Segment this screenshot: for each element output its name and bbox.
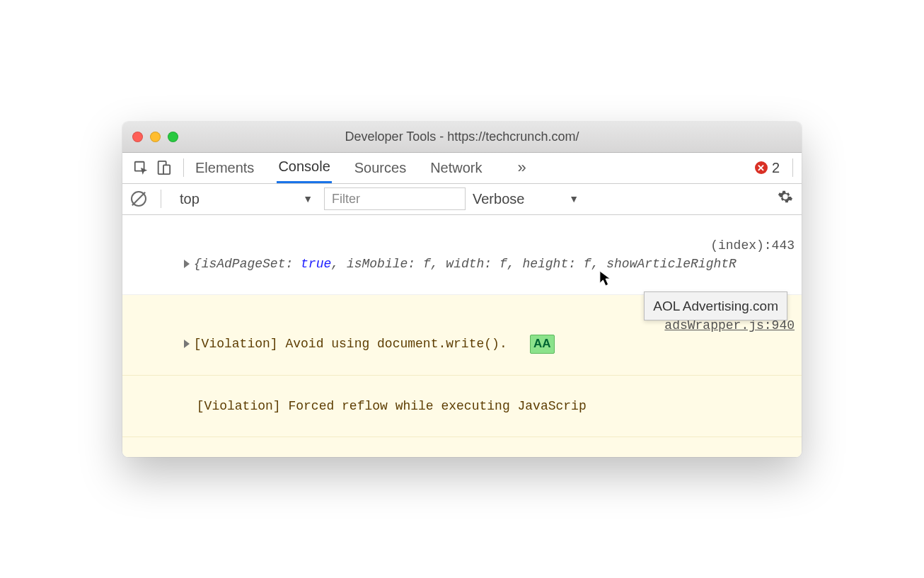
badge-tooltip: AOL Advertising.com [644, 291, 787, 321]
console-log: (index):443 {isAdPageSet: true, isMobile… [122, 215, 802, 457]
devtools-window: Developer Tools - https://techcrunch.com… [122, 122, 802, 457]
context-selector[interactable]: top ▼ [175, 187, 317, 210]
tab-network[interactable]: Network [429, 153, 483, 183]
svg-rect-2 [163, 165, 170, 174]
close-window-button[interactable] [132, 132, 143, 142]
tab-console[interactable]: Console [277, 153, 331, 183]
chevron-down-icon: ▼ [303, 193, 313, 204]
error-count-value: 2 [772, 160, 780, 176]
clear-console-icon[interactable] [131, 191, 146, 207]
expand-icon[interactable] [184, 260, 190, 268]
tab-elements[interactable]: Elements [194, 153, 255, 183]
source-link[interactable]: (index):443 [710, 236, 795, 255]
settings-icon[interactable] [778, 189, 793, 209]
devtools-tabbar: Elements Console Sources Network » ✕ 2 [122, 153, 802, 184]
titlebar: Developer Tools - https://techcrunch.com… [122, 122, 802, 153]
panel-tabs: Elements Console Sources Network » [194, 153, 526, 183]
minimize-window-button[interactable] [150, 132, 161, 142]
more-tabs-button[interactable]: » [518, 158, 526, 177]
window-title: Developer Tools - https://techcrunch.com… [122, 129, 802, 144]
context-value: top [180, 191, 200, 207]
expand-icon[interactable] [184, 340, 190, 348]
log-row[interactable]: (index):443 {isAdPageSet: true, isMobile… [122, 215, 802, 295]
mouse-cursor [599, 270, 612, 287]
thirdparty-badge[interactable]: AA [530, 335, 555, 354]
log-level-value: Verbose [473, 191, 524, 207]
tab-sources[interactable]: Sources [353, 153, 408, 183]
device-toolbar-icon[interactable] [154, 158, 173, 178]
error-icon: ✕ [755, 161, 768, 174]
log-row[interactable]: [Violation] Avoid using document.write()… [122, 437, 802, 456]
filter-input[interactable]: Filter [324, 187, 466, 210]
log-message: [Violation] Forced reflow while executin… [197, 399, 587, 413]
zoom-window-button[interactable] [168, 132, 178, 142]
window-controls [132, 132, 178, 142]
log-row[interactable]: [Violation] Forced reflow while executin… [122, 376, 802, 437]
error-count[interactable]: ✕ 2 [755, 160, 780, 176]
filter-placeholder: Filter [332, 192, 360, 207]
inspect-element-icon[interactable] [131, 158, 151, 178]
log-level-selector[interactable]: Verbose ▼ [473, 191, 579, 207]
console-toolbar: top ▼ Filter Verbose ▼ [122, 184, 802, 215]
separator [183, 158, 184, 177]
log-message: [Violation] Avoid using document.write()… [194, 337, 507, 351]
separator [792, 158, 793, 177]
chevron-down-icon: ▼ [569, 193, 579, 204]
separator [161, 190, 161, 208]
